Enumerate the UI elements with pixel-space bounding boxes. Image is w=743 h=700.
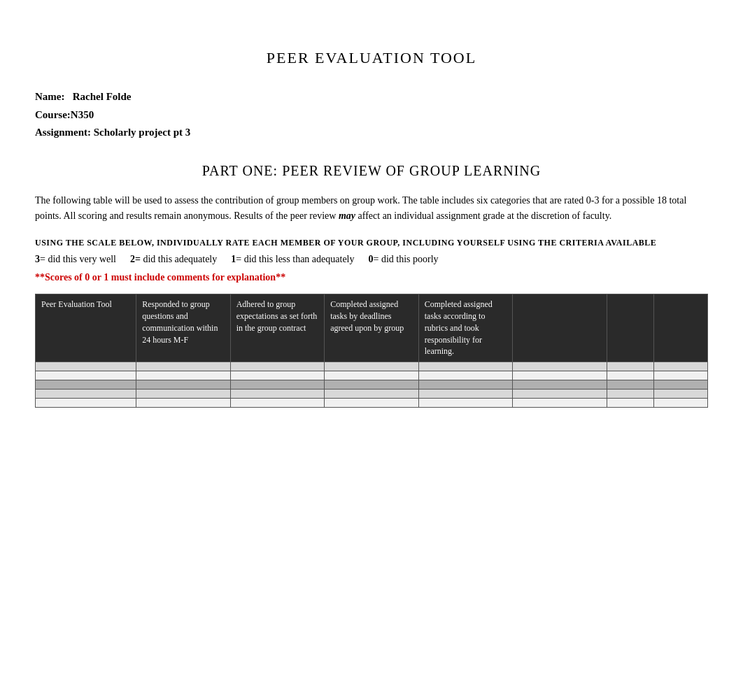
- cell: [325, 380, 419, 390]
- meta-info: Name: Rachel Folde Course:N350 Assignmen…: [35, 88, 708, 142]
- cell: [230, 399, 325, 408]
- name-label: Name:: [35, 91, 64, 102]
- warning-text: **Scores of 0 or 1 must include comments…: [35, 272, 708, 283]
- table-row: [36, 390, 708, 399]
- cell: [513, 390, 607, 399]
- cell: [36, 362, 136, 371]
- cell: [418, 399, 513, 408]
- cell: [36, 380, 136, 390]
- cell: [654, 371, 708, 380]
- col-header-8: [654, 294, 708, 362]
- cell: [325, 371, 419, 380]
- cell: [36, 390, 136, 399]
- cell: [230, 362, 325, 371]
- cell: [136, 371, 231, 380]
- course-label: Course:: [35, 109, 71, 120]
- cell: [654, 390, 708, 399]
- cell: [607, 380, 653, 390]
- cell: [325, 399, 419, 408]
- cell: [418, 390, 513, 399]
- cell: [230, 371, 325, 380]
- col-header-tool: Peer Evaluation Tool: [36, 294, 136, 362]
- cell: [607, 362, 653, 371]
- description-text: The following table will be used to asse…: [35, 193, 708, 224]
- scale-row: 3= did this very well 2= did this adequa…: [35, 254, 708, 265]
- cell: [513, 399, 607, 408]
- course-value: N350: [71, 109, 94, 120]
- cell: [136, 399, 231, 408]
- section-title: PART ONE: PEER REVIEW OF GROUP LEARNING: [35, 163, 708, 179]
- cell: [654, 380, 708, 390]
- cell: [418, 380, 513, 390]
- scale-label: USING THE SCALE BELOW, INDIVIDUALLY RATE…: [35, 238, 708, 248]
- cell: [607, 399, 653, 408]
- col-header-adhere: Adhered to group expectations as set for…: [230, 294, 325, 362]
- cell: [136, 380, 231, 390]
- col-header-7: [607, 294, 653, 362]
- col-header-rubrics: Completed assigned tasks according to ru…: [418, 294, 513, 362]
- col-header-complete: Completed assigned tasks by deadlines ag…: [325, 294, 419, 362]
- table-row: [36, 362, 708, 371]
- name-value: Rachel Folde: [73, 91, 132, 102]
- cell: [513, 371, 607, 380]
- col-header-6: [513, 294, 607, 362]
- cell: [418, 371, 513, 380]
- table-row: [36, 371, 708, 380]
- cell: [325, 390, 419, 399]
- cell: [607, 371, 653, 380]
- cell: [418, 362, 513, 371]
- cell: [230, 390, 325, 399]
- cell: [36, 371, 136, 380]
- cell: [513, 362, 607, 371]
- cell: [230, 380, 325, 390]
- cell: [36, 399, 136, 408]
- peer-evaluation-table: Peer Evaluation Tool Responded to group …: [35, 294, 708, 408]
- col-header-respond: Responded to group questions and communi…: [136, 294, 231, 362]
- cell: [607, 390, 653, 399]
- table-row: [36, 380, 708, 390]
- cell: [654, 399, 708, 408]
- assignment-label: Assignment:: [35, 127, 91, 138]
- assignment-value: Scholarly project pt 3: [94, 127, 190, 138]
- main-title: PEER EVALUATION TOOL: [35, 49, 708, 67]
- cell: [136, 390, 231, 399]
- cell: [654, 362, 708, 371]
- cell: [325, 362, 419, 371]
- table-row: [36, 399, 708, 408]
- cell: [136, 362, 231, 371]
- cell: [513, 380, 607, 390]
